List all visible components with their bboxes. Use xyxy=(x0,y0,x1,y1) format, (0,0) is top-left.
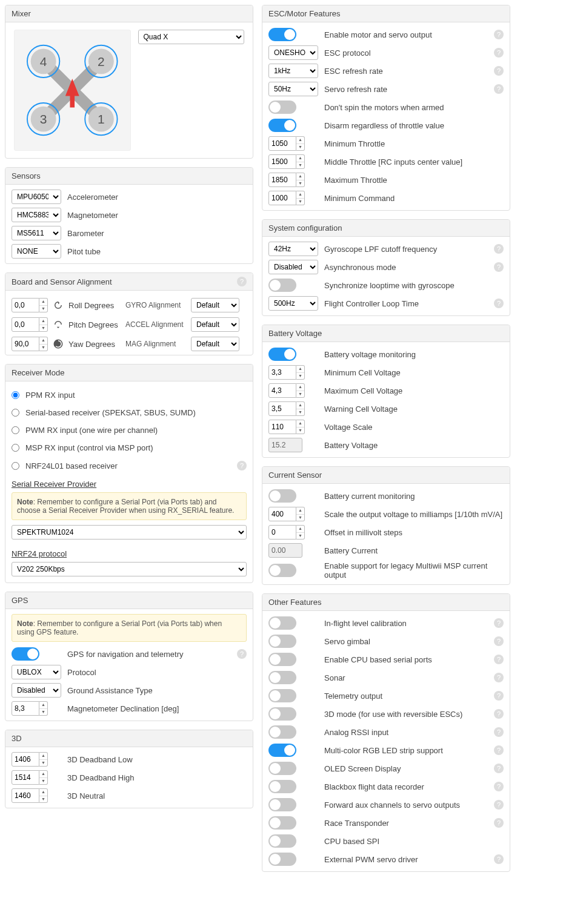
step-up-icon[interactable]: ▲ xyxy=(296,507,304,515)
receiver-radio[interactable] xyxy=(12,426,19,434)
help-icon[interactable]: ? xyxy=(494,30,504,39)
step-up-icon[interactable]: ▲ xyxy=(296,155,304,162)
step-down-icon[interactable]: ▼ xyxy=(296,515,304,521)
toggle-switch[interactable] xyxy=(268,798,296,811)
help-icon[interactable]: ? xyxy=(494,48,504,58)
step-down-icon[interactable]: ▼ xyxy=(296,409,304,416)
toggle-switch[interactable] xyxy=(268,816,296,830)
step-up-icon[interactable]: ▲ xyxy=(296,384,304,391)
step-down-icon[interactable]: ▼ xyxy=(39,760,47,767)
number-input[interactable]: ▲▼ xyxy=(12,701,48,716)
help-icon[interactable]: ? xyxy=(494,66,504,76)
help-icon[interactable]: ? xyxy=(494,299,504,308)
number-input[interactable]: ▲▼ xyxy=(268,154,305,169)
step-down-icon[interactable]: ▼ xyxy=(39,778,47,785)
toggle-switch[interactable] xyxy=(268,279,296,292)
select-input[interactable]: 1kHz xyxy=(268,64,318,78)
help-icon[interactable]: ? xyxy=(494,618,504,628)
number-input[interactable]: ▲▼ xyxy=(12,317,48,332)
help-icon[interactable]: ? xyxy=(494,727,504,737)
toggle-switch[interactable] xyxy=(268,744,296,757)
step-up-icon[interactable]: ▲ xyxy=(296,526,304,533)
step-down-icon[interactable]: ▼ xyxy=(296,373,304,380)
step-up-icon[interactable]: ▲ xyxy=(296,137,304,144)
step-down-icon[interactable]: ▼ xyxy=(39,709,47,716)
toggle-switch[interactable] xyxy=(268,119,296,132)
help-icon[interactable]: ? xyxy=(494,244,504,254)
toggle-switch[interactable] xyxy=(268,564,296,577)
help-icon[interactable]: ? xyxy=(237,649,247,659)
help-icon[interactable]: ? xyxy=(494,800,504,810)
toggle-switch[interactable] xyxy=(12,647,39,661)
step-up-icon[interactable]: ▲ xyxy=(296,173,304,180)
step-up-icon[interactable]: ▲ xyxy=(39,771,47,778)
help-icon[interactable]: ? xyxy=(494,854,504,864)
number-input[interactable]: ▲▼ xyxy=(268,173,305,187)
help-icon[interactable]: ? xyxy=(494,745,504,755)
toggle-switch[interactable] xyxy=(268,725,296,739)
help-icon[interactable]: ? xyxy=(237,277,247,286)
step-down-icon[interactable]: ▼ xyxy=(39,345,47,351)
mixer-select[interactable]: Quad X xyxy=(138,30,244,44)
help-icon[interactable]: ? xyxy=(494,673,504,682)
toggle-switch[interactable] xyxy=(268,653,296,666)
help-icon[interactable]: ? xyxy=(494,782,504,791)
help-icon[interactable]: ? xyxy=(494,636,504,646)
step-down-icon[interactable]: ▼ xyxy=(296,144,304,151)
select-input[interactable]: Default xyxy=(191,298,239,312)
number-input[interactable]: ▲▼ xyxy=(12,788,48,803)
number-input[interactable]: ▲▼ xyxy=(268,383,305,398)
toggle-switch[interactable] xyxy=(268,635,296,648)
step-down-icon[interactable]: ▼ xyxy=(39,306,47,312)
toggle-switch[interactable] xyxy=(268,348,296,361)
help-icon[interactable]: ? xyxy=(494,764,504,773)
toggle-switch[interactable] xyxy=(268,28,296,41)
toggle-switch[interactable] xyxy=(268,853,296,866)
step-down-icon[interactable]: ▼ xyxy=(296,391,304,398)
step-up-icon[interactable]: ▲ xyxy=(39,318,47,325)
select-input[interactable]: MPU6050 xyxy=(12,190,61,204)
toggle-switch[interactable] xyxy=(268,616,296,630)
step-up-icon[interactable]: ▲ xyxy=(296,366,304,373)
select-input[interactable]: NONE xyxy=(12,244,61,259)
step-down-icon[interactable]: ▼ xyxy=(296,162,304,169)
number-input[interactable]: ▲▼ xyxy=(12,298,48,312)
step-up-icon[interactable]: ▲ xyxy=(39,789,47,796)
toggle-switch[interactable] xyxy=(268,689,296,702)
help-icon[interactable]: ? xyxy=(494,818,504,828)
toggle-switch[interactable] xyxy=(268,671,296,684)
help-icon[interactable]: ? xyxy=(494,691,504,701)
toggle-switch[interactable] xyxy=(268,707,296,721)
select-input[interactable]: 42Hz xyxy=(268,242,318,256)
step-up-icon[interactable]: ▲ xyxy=(39,337,47,345)
number-input[interactable]: ▲▼ xyxy=(268,507,305,521)
toggle-switch[interactable] xyxy=(268,762,296,775)
step-up-icon[interactable]: ▲ xyxy=(296,420,304,427)
help-icon[interactable]: ? xyxy=(237,461,247,470)
step-up-icon[interactable]: ▲ xyxy=(39,702,47,709)
number-input[interactable]: ▲▼ xyxy=(268,420,305,434)
select-input[interactable]: Disabled xyxy=(12,683,61,698)
step-down-icon[interactable]: ▼ xyxy=(296,427,304,434)
receiver-radio[interactable] xyxy=(12,391,19,399)
number-input[interactable]: ▲▼ xyxy=(268,365,305,380)
receiver-radio[interactable] xyxy=(12,462,19,470)
select-input[interactable]: UBLOX xyxy=(12,665,61,679)
select-input[interactable]: Default xyxy=(191,317,239,332)
step-up-icon[interactable]: ▲ xyxy=(39,753,47,760)
toggle-switch[interactable] xyxy=(268,780,296,793)
select-input[interactable]: Disabled xyxy=(268,260,318,274)
step-up-icon[interactable]: ▲ xyxy=(39,299,47,306)
number-input[interactable]: ▲▼ xyxy=(268,401,305,416)
number-input[interactable]: ▲▼ xyxy=(268,136,305,151)
select-input[interactable]: ONESHOT xyxy=(268,45,318,60)
select-input[interactable]: Default xyxy=(191,337,239,351)
number-input[interactable]: ▲▼ xyxy=(12,337,48,351)
number-input[interactable]: ▲▼ xyxy=(12,752,48,767)
step-down-icon[interactable]: ▼ xyxy=(39,796,47,803)
number-input[interactable]: ▲▼ xyxy=(268,191,305,205)
select-input[interactable]: MS5611 xyxy=(12,226,61,240)
receiver-radio[interactable] xyxy=(12,444,19,452)
serial-receiver-select[interactable]: SPEKTRUM1024 xyxy=(12,525,247,540)
help-icon[interactable]: ? xyxy=(494,262,504,272)
